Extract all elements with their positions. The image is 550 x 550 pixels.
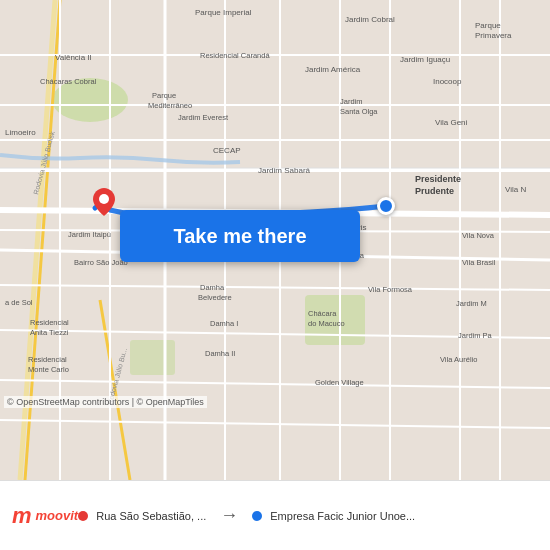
origin-text: Rua São Sebastião, ...	[96, 510, 206, 522]
route-info: Rua São Sebastião, ... → Empresa Facic J…	[78, 505, 538, 526]
svg-text:Anita Tiezzi: Anita Tiezzi	[30, 328, 69, 337]
svg-text:Chácara: Chácara	[308, 309, 337, 318]
svg-text:Presidente: Presidente	[415, 174, 461, 184]
svg-text:Belvedere: Belvedere	[198, 293, 232, 302]
moovit-m-letter: m	[12, 503, 32, 529]
route-arrow: →	[220, 505, 238, 526]
svg-text:Parque: Parque	[475, 21, 501, 30]
svg-text:Vila Brasil: Vila Brasil	[462, 258, 496, 267]
svg-text:Mediterrâneo: Mediterrâneo	[148, 101, 192, 110]
svg-text:Santa Olga: Santa Olga	[340, 107, 378, 116]
destination-dot	[377, 197, 395, 215]
origin-dot	[78, 511, 88, 521]
svg-text:Vila Formosa: Vila Formosa	[368, 285, 413, 294]
svg-text:a de Sol: a de Sol	[5, 298, 33, 307]
svg-text:Jardim Pa: Jardim Pa	[458, 331, 493, 340]
svg-text:Jardim: Jardim	[340, 97, 363, 106]
osm-credit: © OpenStreetMap contributors | © OpenMap…	[4, 396, 207, 408]
svg-text:Jardim Itaipú: Jardim Itaipú	[68, 230, 111, 239]
svg-text:Valência II: Valência II	[55, 53, 92, 62]
map-container: Parque Imperial Jardim Cobral Parque Pri…	[0, 0, 550, 480]
svg-text:Monte Carlo: Monte Carlo	[28, 365, 69, 374]
svg-text:Damha: Damha	[200, 283, 225, 292]
bottom-bar: m moovit Rua São Sebastião, ... → Empres…	[0, 480, 550, 550]
svg-text:Jardim América: Jardim América	[305, 65, 361, 74]
svg-text:Chácaras Cobral: Chácaras Cobral	[40, 77, 97, 86]
take-me-there-button[interactable]: Take me there	[120, 210, 360, 262]
svg-text:Jardim Cobral: Jardim Cobral	[345, 15, 395, 24]
svg-text:Golden Village: Golden Village	[315, 378, 364, 387]
svg-text:Residencial Carandá: Residencial Carandá	[200, 51, 270, 60]
svg-text:Inocoop: Inocoop	[433, 77, 462, 86]
svg-text:Residencial: Residencial	[28, 355, 67, 364]
origin-pin	[93, 188, 115, 216]
destination-text: Empresa Facic Junior Unoe...	[270, 510, 415, 522]
moovit-text: moovit	[36, 508, 79, 523]
svg-point-74	[99, 194, 109, 204]
svg-text:Vila N: Vila N	[505, 185, 526, 194]
svg-text:Vila Nova: Vila Nova	[462, 231, 495, 240]
svg-text:Jardim Iguaçu: Jardim Iguaçu	[400, 55, 450, 64]
svg-text:do Macuco: do Macuco	[308, 319, 345, 328]
svg-text:Residencial: Residencial	[30, 318, 69, 327]
svg-text:Parque Imperial: Parque Imperial	[195, 8, 252, 17]
svg-text:Damha II: Damha II	[205, 349, 235, 358]
svg-text:Bairro São João: Bairro São João	[74, 258, 128, 267]
svg-text:Vila Aurélio: Vila Aurélio	[440, 355, 477, 364]
svg-text:Vila Geni: Vila Geni	[435, 118, 468, 127]
svg-rect-3	[130, 340, 175, 375]
svg-text:Jardim Everest: Jardim Everest	[178, 113, 229, 122]
svg-text:Prudente: Prudente	[415, 186, 454, 196]
svg-text:Jardim Sabará: Jardim Sabará	[258, 166, 311, 175]
destination-dot-bar	[252, 511, 262, 521]
svg-text:Primavera: Primavera	[475, 31, 512, 40]
svg-text:CECAP: CECAP	[213, 146, 241, 155]
moovit-logo: m moovit	[12, 503, 78, 529]
svg-text:Damha I: Damha I	[210, 319, 238, 328]
svg-text:Jardim M: Jardim M	[456, 299, 487, 308]
svg-text:Limoeiro: Limoeiro	[5, 128, 36, 137]
svg-text:Parque: Parque	[152, 91, 176, 100]
